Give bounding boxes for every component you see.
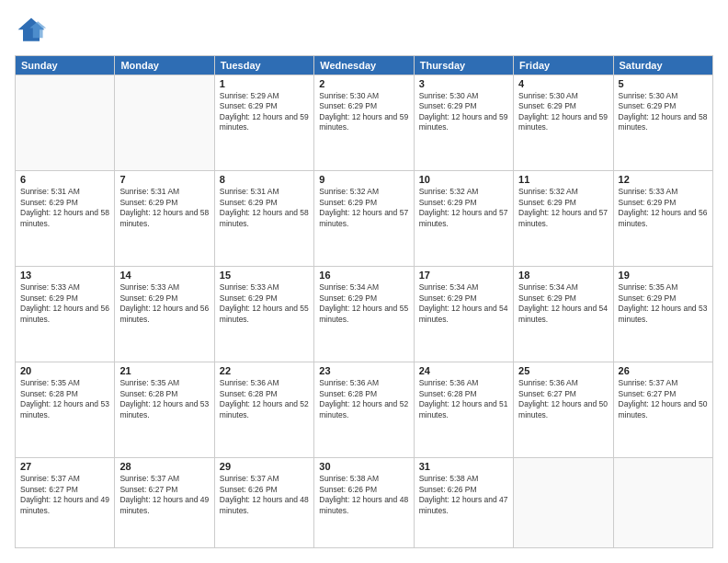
day-number: 4 [518,78,608,89]
day-info: Sunrise: 5:32 AM Sunset: 6:29 PM Dayligh… [319,187,408,229]
day-number: 14 [119,270,209,281]
weekday-header-thursday: Thursday [414,56,513,75]
day-number: 1 [220,78,309,89]
weekday-header-wednesday: Wednesday [314,56,414,75]
day-number: 9 [319,174,408,185]
day-number: 6 [20,174,109,185]
day-info: Sunrise: 5:35 AM Sunset: 6:29 PM Dayligh… [619,282,708,325]
weekday-header-sunday: Sunday [16,56,115,75]
day-info: Sunrise: 5:37 AM Sunset: 6:27 PM Dayligh… [119,474,209,516]
day-info: Sunrise: 5:35 AM Sunset: 6:28 PM Dayligh… [20,378,109,420]
calendar-cell: 16Sunrise: 5:34 AM Sunset: 6:29 PM Dayli… [314,267,414,362]
calendar-cell: 2Sunrise: 5:30 AM Sunset: 6:29 PM Daylig… [314,75,414,171]
calendar-cell: 10Sunrise: 5:32 AM Sunset: 6:29 PM Dayli… [414,171,513,267]
day-number: 7 [119,174,209,185]
calendar-week-1: 1Sunrise: 5:29 AM Sunset: 6:29 PM Daylig… [16,75,713,171]
day-number: 3 [419,78,508,89]
calendar-cell: 26Sunrise: 5:37 AM Sunset: 6:27 PM Dayli… [613,362,712,458]
calendar-cell: 15Sunrise: 5:33 AM Sunset: 6:29 PM Dayli… [214,267,313,362]
day-info: Sunrise: 5:36 AM Sunset: 6:28 PM Dayligh… [319,378,408,420]
day-info: Sunrise: 5:31 AM Sunset: 6:29 PM Dayligh… [119,187,209,229]
day-info: Sunrise: 5:32 AM Sunset: 6:29 PM Dayligh… [518,187,608,229]
day-info: Sunrise: 5:33 AM Sunset: 6:29 PM Dayligh… [119,282,209,325]
day-number: 31 [419,461,508,472]
day-info: Sunrise: 5:33 AM Sunset: 6:29 PM Dayligh… [220,282,309,325]
calendar-cell: 8Sunrise: 5:31 AM Sunset: 6:29 PM Daylig… [214,171,313,267]
day-info: Sunrise: 5:36 AM Sunset: 6:28 PM Dayligh… [220,378,309,420]
day-number: 19 [619,270,708,281]
day-info: Sunrise: 5:31 AM Sunset: 6:29 PM Dayligh… [20,187,109,229]
calendar: SundayMondayTuesdayWednesdayThursdayFrid… [15,55,713,548]
day-number: 13 [20,270,109,281]
day-number: 15 [220,270,309,281]
day-number: 30 [319,461,408,472]
calendar-cell: 29Sunrise: 5:37 AM Sunset: 6:26 PM Dayli… [214,458,313,548]
weekday-row: SundayMondayTuesdayWednesdayThursdayFrid… [16,56,713,75]
calendar-cell: 9Sunrise: 5:32 AM Sunset: 6:29 PM Daylig… [314,171,414,267]
day-info: Sunrise: 5:34 AM Sunset: 6:29 PM Dayligh… [419,282,508,325]
calendar-cell: 3Sunrise: 5:30 AM Sunset: 6:29 PM Daylig… [414,75,513,171]
calendar-cell: 6Sunrise: 5:31 AM Sunset: 6:29 PM Daylig… [16,171,115,267]
calendar-cell [115,75,214,171]
day-number: 28 [119,461,209,472]
calendar-cell: 27Sunrise: 5:37 AM Sunset: 6:27 PM Dayli… [16,458,115,548]
day-number: 17 [419,270,508,281]
calendar-cell: 19Sunrise: 5:35 AM Sunset: 6:29 PM Dayli… [613,267,712,362]
calendar-week-3: 13Sunrise: 5:33 AM Sunset: 6:29 PM Dayli… [16,267,713,362]
logo-icon [15,15,48,48]
header [15,15,713,48]
calendar-cell: 1Sunrise: 5:29 AM Sunset: 6:29 PM Daylig… [214,75,313,171]
calendar-cell: 7Sunrise: 5:31 AM Sunset: 6:29 PM Daylig… [115,171,214,267]
day-info: Sunrise: 5:33 AM Sunset: 6:29 PM Dayligh… [619,187,708,229]
calendar-week-4: 20Sunrise: 5:35 AM Sunset: 6:28 PM Dayli… [16,362,713,458]
calendar-week-5: 27Sunrise: 5:37 AM Sunset: 6:27 PM Dayli… [16,458,713,548]
calendar-cell: 28Sunrise: 5:37 AM Sunset: 6:27 PM Dayli… [115,458,214,548]
calendar-cell: 21Sunrise: 5:35 AM Sunset: 6:28 PM Dayli… [115,362,214,458]
day-number: 11 [518,174,608,185]
day-number: 21 [119,365,209,376]
calendar-cell: 23Sunrise: 5:36 AM Sunset: 6:28 PM Dayli… [314,362,414,458]
day-number: 20 [20,365,109,376]
calendar-cell: 31Sunrise: 5:38 AM Sunset: 6:26 PM Dayli… [414,458,513,548]
day-number: 22 [220,365,309,376]
calendar-week-2: 6Sunrise: 5:31 AM Sunset: 6:29 PM Daylig… [16,171,713,267]
day-number: 10 [419,174,508,185]
logo [15,15,51,48]
day-number: 8 [220,174,309,185]
day-number: 2 [319,78,408,89]
calendar-cell: 24Sunrise: 5:36 AM Sunset: 6:28 PM Dayli… [414,362,513,458]
day-info: Sunrise: 5:37 AM Sunset: 6:27 PM Dayligh… [619,378,708,420]
calendar-cell: 17Sunrise: 5:34 AM Sunset: 6:29 PM Dayli… [414,267,513,362]
day-number: 5 [619,78,708,89]
calendar-cell: 13Sunrise: 5:33 AM Sunset: 6:29 PM Dayli… [16,267,115,362]
day-info: Sunrise: 5:30 AM Sunset: 6:29 PM Dayligh… [619,91,708,133]
day-info: Sunrise: 5:38 AM Sunset: 6:26 PM Dayligh… [419,474,508,516]
day-number: 29 [220,461,309,472]
weekday-header-friday: Friday [514,56,613,75]
calendar-cell: 18Sunrise: 5:34 AM Sunset: 6:29 PM Dayli… [514,267,613,362]
day-info: Sunrise: 5:36 AM Sunset: 6:28 PM Dayligh… [419,378,508,420]
day-info: Sunrise: 5:34 AM Sunset: 6:29 PM Dayligh… [319,282,408,325]
weekday-header-tuesday: Tuesday [214,56,313,75]
calendar-cell [514,458,613,548]
calendar-cell: 12Sunrise: 5:33 AM Sunset: 6:29 PM Dayli… [613,171,712,267]
day-info: Sunrise: 5:33 AM Sunset: 6:29 PM Dayligh… [20,282,109,325]
weekday-header-monday: Monday [115,56,214,75]
calendar-cell: 5Sunrise: 5:30 AM Sunset: 6:29 PM Daylig… [613,75,712,171]
calendar-cell [613,458,712,548]
day-info: Sunrise: 5:31 AM Sunset: 6:29 PM Dayligh… [220,187,309,229]
calendar-cell [16,75,115,171]
calendar-header: SundayMondayTuesdayWednesdayThursdayFrid… [16,56,713,75]
day-number: 16 [319,270,408,281]
day-info: Sunrise: 5:37 AM Sunset: 6:27 PM Dayligh… [20,474,109,516]
day-number: 26 [619,365,708,376]
day-number: 24 [419,365,508,376]
day-number: 12 [619,174,708,185]
day-info: Sunrise: 5:29 AM Sunset: 6:29 PM Dayligh… [220,91,309,133]
weekday-header-saturday: Saturday [613,56,712,75]
day-info: Sunrise: 5:30 AM Sunset: 6:29 PM Dayligh… [419,91,508,133]
calendar-cell: 11Sunrise: 5:32 AM Sunset: 6:29 PM Dayli… [514,171,613,267]
day-info: Sunrise: 5:35 AM Sunset: 6:28 PM Dayligh… [119,378,209,420]
day-info: Sunrise: 5:37 AM Sunset: 6:26 PM Dayligh… [220,474,309,516]
day-info: Sunrise: 5:30 AM Sunset: 6:29 PM Dayligh… [319,91,408,133]
